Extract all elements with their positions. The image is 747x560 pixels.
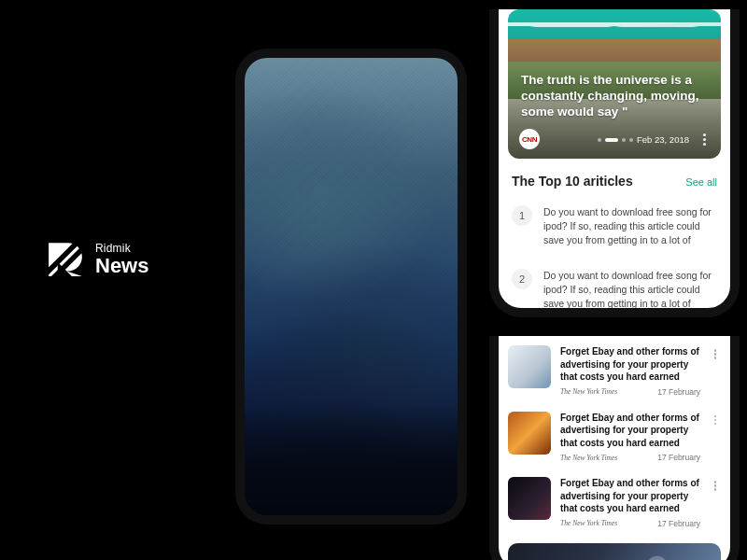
hero-card[interactable]: The truth is the universe is a constantl… xyxy=(508,9,721,159)
article-meta: The New York Times 17 February xyxy=(560,387,700,397)
hero-footer: CNN Feb 23, 2018 xyxy=(519,129,712,149)
section-title: The Top 10 ariticles xyxy=(512,174,633,189)
more-vertical-icon[interactable] xyxy=(710,345,721,397)
article-thumbnail xyxy=(508,477,551,520)
brand-line2: News xyxy=(95,255,148,276)
article-thumbnail xyxy=(508,412,551,455)
article-card[interactable]: Forget Ebay and other forms of advertisi… xyxy=(508,469,721,536)
article-meta: The New York Times 17 February xyxy=(560,519,700,528)
source-badge-cnn[interactable]: CNN xyxy=(519,129,540,149)
top10-item-text: Do you want to download free song for ip… xyxy=(543,205,717,248)
brand-logo-icon xyxy=(45,239,86,280)
article-date: 17 February xyxy=(657,453,700,462)
more-vertical-icon[interactable] xyxy=(697,133,712,146)
phone-mock-top-right: The truth is the universe is a constantl… xyxy=(489,9,740,317)
top10-item[interactable]: 2 Do you want to download free song for … xyxy=(512,261,717,317)
article-title: Forget Ebay and other forms of advertisi… xyxy=(560,477,700,515)
article-meta: The New York Times 17 February xyxy=(560,453,700,462)
article-source: The New York Times xyxy=(560,454,617,462)
article-body: Forget Ebay and other forms of advertisi… xyxy=(560,412,700,463)
rank-badge: 1 xyxy=(512,205,532,226)
see-all-link[interactable]: See all xyxy=(685,176,717,188)
top10-section: The Top 10 ariticles See all 1 Do you wa… xyxy=(499,159,730,317)
article-date: 17 February xyxy=(657,519,700,528)
brand-lockup: Ridmik News xyxy=(45,239,148,280)
brand-text: Ridmik News xyxy=(95,243,148,276)
more-vertical-icon[interactable] xyxy=(710,412,721,463)
top10-item[interactable]: 1 Do you want to download free song for … xyxy=(512,198,717,261)
article-date: 17 February xyxy=(657,387,700,397)
article-card[interactable]: Forget Ebay and other forms of advertisi… xyxy=(508,404,721,470)
article-title: Forget Ebay and other forms of advertisi… xyxy=(560,345,700,384)
article-body: Forget Ebay and other forms of advertisi… xyxy=(560,477,700,528)
wallpaper-foreground xyxy=(245,403,458,515)
article-thumbnail xyxy=(508,345,551,388)
article-source: The New York Times xyxy=(560,387,617,396)
pager-dot[interactable] xyxy=(622,138,626,142)
brand-line1: Ridmik xyxy=(95,243,148,255)
more-vertical-icon[interactable] xyxy=(710,477,721,528)
rank-badge: 2 xyxy=(512,269,532,289)
hero-date: Feb 23, 2018 xyxy=(637,134,689,145)
featured-image-card[interactable] xyxy=(508,543,721,561)
article-list: Forget Ebay and other forms of advertisi… xyxy=(499,336,730,536)
pager-dot[interactable] xyxy=(629,138,633,142)
phone-mock-center xyxy=(235,49,467,525)
hero-image xyxy=(508,22,721,34)
top10-item-text: Do you want to download free song for ip… xyxy=(543,269,717,312)
article-body: Forget Ebay and other forms of advertisi… xyxy=(560,345,700,397)
pager-dot[interactable] xyxy=(598,138,601,142)
carousel-pager[interactable] xyxy=(598,138,633,142)
pager-active[interactable] xyxy=(605,138,618,142)
phone-mock-bottom-right: Forget Ebay and other forms of advertisi… xyxy=(489,336,740,560)
article-source: The New York Times xyxy=(560,519,617,527)
article-card[interactable]: Forget Ebay and other forms of advertisi… xyxy=(508,338,721,404)
section-header: The Top 10 ariticles See all xyxy=(512,174,717,189)
article-title: Forget Ebay and other forms of advertisi… xyxy=(560,412,700,450)
hero-title: The truth is the universe is a constantl… xyxy=(521,73,708,120)
